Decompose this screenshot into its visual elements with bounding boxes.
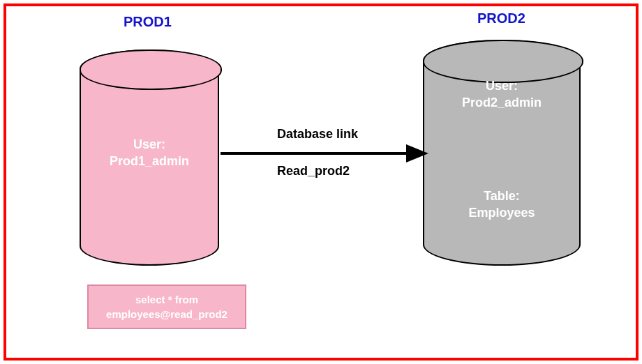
- diagram-frame: PROD1 PROD2 User: Prod1_admin User: Prod…: [3, 3, 639, 361]
- query-box: select * from employees@read_prod2: [87, 285, 246, 329]
- link-title: Database link: [277, 127, 358, 142]
- db-right-table: Table: Employees: [424, 188, 579, 222]
- link-name: Read_prod2: [277, 164, 350, 179]
- arrow-icon: [219, 143, 428, 164]
- query-line-1: select * from: [135, 292, 198, 307]
- db-right-table-name: Employees: [468, 206, 535, 220]
- query-line-2: employees@read_prod2: [106, 307, 227, 321]
- db-right-user-label: User:: [486, 79, 518, 93]
- db-cylinder-right: User: Prod2_admin Table: Employees: [423, 40, 581, 266]
- db-right-user-name: Prod2_admin: [462, 96, 542, 109]
- db-left-user-label: User:: [133, 137, 165, 151]
- db-left-title: PROD1: [124, 14, 172, 30]
- db-right-title: PROD2: [477, 10, 525, 26]
- db-right-user: User: Prod2_admin: [424, 77, 579, 112]
- db-cylinder-left: User: Prod1_admin: [80, 50, 219, 266]
- db-right-table-label: Table:: [484, 189, 520, 203]
- db-left-user-name: Prod1_admin: [110, 154, 189, 168]
- db-left-user: User: Prod1_admin: [81, 136, 218, 170]
- svg-marker-1: [406, 144, 428, 162]
